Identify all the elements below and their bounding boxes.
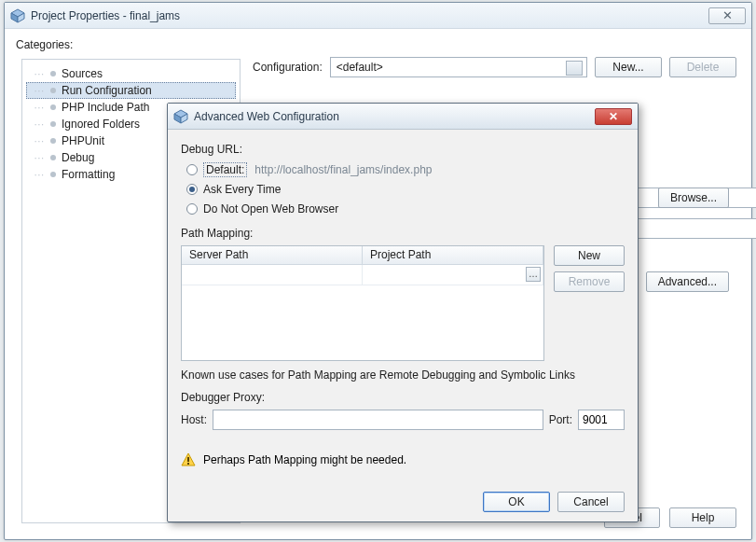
radio-default-row[interactable]: Default: http://localhost/final_jams/ind… xyxy=(186,161,625,178)
browse-button[interactable]: Browse... xyxy=(658,188,729,208)
radio-ask[interactable] xyxy=(186,184,198,195)
advanced-button[interactable]: Advanced... xyxy=(646,271,729,292)
warning-icon xyxy=(181,452,196,467)
dialog-body: Debug URL: Default: http://localhost/fin… xyxy=(168,130,638,521)
port-label: Port: xyxy=(549,413,572,426)
cell-project[interactable]: … xyxy=(363,265,543,285)
radio-ask-label: Ask Every Time xyxy=(203,183,281,196)
tree-label: Formatting xyxy=(62,168,115,181)
dialog-close-button[interactable]: ✕ xyxy=(595,108,632,125)
advanced-web-config-dialog: Advanced Web Configuration ✕ Debug URL: … xyxy=(167,103,639,522)
col-server-path: Server Path xyxy=(182,246,363,264)
main-window-title: Project Properties - final_jams xyxy=(31,9,180,22)
configuration-combo[interactable]: <default> xyxy=(330,57,587,77)
new-config-button[interactable]: New... xyxy=(595,57,662,77)
debug-url-label: Debug URL: xyxy=(181,143,625,156)
host-label: Host: xyxy=(181,413,207,426)
tree-label: Debug xyxy=(62,151,94,164)
dialog-cancel-button[interactable]: Cancel xyxy=(557,492,625,512)
path-mapping-label: Path Mapping: xyxy=(181,227,625,240)
radio-noopen-label: Do Not Open Web Browser xyxy=(203,202,338,215)
mapping-remove-button: Remove xyxy=(554,271,625,292)
path-mapping-note: Known use cases for Path Mapping are Rem… xyxy=(181,368,625,382)
browse-cell-button[interactable]: … xyxy=(526,267,541,282)
dialog-titlebar[interactable]: Advanced Web Configuration ✕ xyxy=(168,104,638,130)
cell-server[interactable] xyxy=(182,265,363,285)
default-url-text: http://localhost/final_jams/index.php xyxy=(254,163,432,176)
help-button[interactable]: Help xyxy=(669,507,736,528)
dialog-icon xyxy=(173,109,188,124)
delete-config-button: Delete xyxy=(669,57,736,77)
radio-default-label: Default: xyxy=(203,162,247,177)
debugger-proxy-label: Debugger Proxy: xyxy=(181,391,625,404)
mapping-new-button[interactable]: New xyxy=(554,245,625,266)
tree-label: PHP Include Path xyxy=(62,101,150,114)
main-titlebar[interactable]: Project Properties - final_jams ✕ xyxy=(5,3,751,29)
port-input[interactable] xyxy=(578,410,625,430)
radio-noopen-row[interactable]: Do Not Open Web Browser xyxy=(186,201,625,217)
tree-item-sources[interactable]: ··· Sources xyxy=(26,65,236,82)
warning-text: Perhaps Path Mapping might be needed. xyxy=(203,453,406,466)
radio-noopen[interactable] xyxy=(186,203,198,215)
svg-rect-8 xyxy=(187,463,189,465)
configuration-value: <default> xyxy=(337,61,383,74)
radio-ask-row[interactable]: Ask Every Time xyxy=(186,181,625,198)
app-icon xyxy=(10,8,25,23)
host-input[interactable] xyxy=(213,410,543,430)
tree-label: PHPUnit xyxy=(62,134,104,147)
radio-default[interactable] xyxy=(186,164,198,175)
tree-label: Ignored Folders xyxy=(62,118,140,131)
col-project-path: Project Path xyxy=(363,246,543,264)
tree-label: Run Configuration xyxy=(62,84,152,97)
svg-rect-7 xyxy=(187,457,189,462)
dialog-ok-button[interactable]: OK xyxy=(483,492,550,512)
tree-label: Sources xyxy=(62,67,103,80)
main-close-button[interactable]: ✕ xyxy=(708,7,746,24)
table-header: Server Path Project Path xyxy=(182,246,543,265)
path-mapping-table[interactable]: Server Path Project Path … xyxy=(181,245,544,361)
configuration-label: Configuration: xyxy=(253,61,323,74)
dialog-title: Advanced Web Configuration xyxy=(194,110,339,123)
categories-label: Categories: xyxy=(16,38,740,51)
tree-item-run-configuration[interactable]: ··· Run Configuration xyxy=(26,82,236,99)
table-row[interactable]: … xyxy=(182,265,543,285)
